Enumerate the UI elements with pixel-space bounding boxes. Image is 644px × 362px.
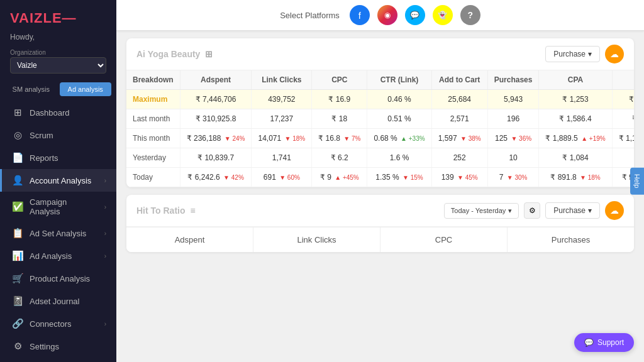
support-button[interactable]: 💬 Support: [574, 333, 634, 352]
help-tab[interactable]: Help: [630, 168, 644, 195]
trend-badge: ▼ 18%: [580, 174, 601, 181]
cell-add-to-cart: 139 ▼ 45%: [431, 168, 487, 187]
logo-dash: —: [62, 10, 77, 26]
cell-purchases: 7 ▼ 30%: [487, 168, 539, 187]
support-label: Support: [597, 338, 624, 347]
card-header: Ai Yoga Beauty ⊞ Purchase ▾ ☁: [126, 38, 634, 70]
card2-title-text: Hit To Ratio: [136, 206, 186, 216]
sidebar-item-label: Adset Journal: [30, 297, 80, 306]
sidebar-item-ad-set-analysis[interactable]: 📋 Ad Set Analysis ›: [0, 222, 116, 244]
cell-add-to-cart: 1,597 ▼ 38%: [431, 129, 487, 148]
cell-link-clicks: 14,071 ▼ 18%: [252, 129, 312, 148]
card-title: Ai Yoga Beauty ⊞: [136, 49, 213, 59]
cell-purchases: 125 ▼ 36%: [487, 129, 539, 148]
support-icon: 💬: [584, 338, 594, 347]
cloud-icon: ☁: [610, 49, 619, 59]
cell-ctr: 0.51 %: [367, 109, 431, 129]
topbar: Select Platforms f ◉ 💬 👻 ?: [116, 0, 644, 31]
grid-icon: ⊞: [205, 49, 213, 59]
nav-left: 🔗 Connectors: [12, 318, 71, 329]
table-row: Today ₹ 6,242.6 ▼ 42% 691 ▼ 60% ₹ 9: [126, 168, 634, 187]
org-select[interactable]: Vaizle: [10, 57, 106, 74]
trend-badge: ▼ 38%: [460, 135, 481, 142]
sidebar-item-connectors[interactable]: 🔗 Connectors ›: [0, 312, 116, 335]
instagram-platform-btn[interactable]: ◉: [377, 5, 397, 25]
trend-badge: ▼ 18%: [285, 135, 306, 142]
org-label: Organization: [10, 49, 106, 56]
purchase-button-2[interactable]: Purchase ▾: [545, 202, 600, 219]
purchase-button[interactable]: Purchase ▾: [545, 46, 600, 62]
tab-purchases[interactable]: Purchases: [508, 228, 634, 252]
cell-aov: ₹ 1,142.1 ▼ 1%: [612, 129, 634, 148]
trend-badge: ▲ +33%: [401, 135, 425, 142]
cell-adspent: ₹ 7,446,706: [180, 90, 252, 109]
trend-badge: ▼ 7%: [343, 135, 360, 142]
col-purchases: Purchases: [487, 70, 539, 90]
main-content: Select Platforms f ◉ 💬 👻 ? Ai Yoga Beaut…: [116, 0, 644, 362]
chevron-right-icon: ›: [104, 230, 106, 237]
cell-aov: ₹ 996: [612, 148, 634, 168]
nav-left: 📋 Ad Set Analysis: [12, 228, 86, 239]
sidebar-item-ad-analysis[interactable]: 📊 Ad Analysis ›: [0, 244, 116, 267]
table-header-row: Breakdown Adspent Link Clicks CPC CTR (L…: [126, 70, 634, 90]
sidebar-item-dashboard[interactable]: ⊞ Dashboard: [0, 101, 116, 124]
cell-cpa: ₹ 1,889.5 ▲ +19%: [539, 129, 612, 148]
nav-left: ✅ Campaign Analysis: [12, 197, 98, 216]
cloud-icon: ☁: [610, 206, 619, 216]
download-cloud-button-2[interactable]: ☁: [605, 201, 624, 220]
chevron-right-icon: ›: [104, 204, 106, 211]
sidebar-item-campaign-analysis[interactable]: ✅ Campaign Analysis ›: [0, 192, 116, 222]
cell-cpa: ₹ 1,586.4: [539, 109, 612, 129]
breakdown-table: Breakdown Adspent Link Clicks CPC CTR (L…: [126, 70, 634, 187]
sidebar-item-adset-journal[interactable]: 📓 Adset Journal: [0, 290, 116, 312]
hit-ratio-card: Hit To Ratio ≡ Today - Yesterday ▾ ⚙ Pur…: [126, 195, 634, 252]
sidebar-item-label: Ad Analysis: [30, 251, 72, 261]
sidebar-item-settings[interactable]: ⚙ Settings: [0, 335, 116, 358]
list-icon: ≡: [191, 206, 196, 216]
tab-ad-analysis[interactable]: Ad analysis: [60, 82, 112, 96]
cell-adspent: ₹ 10,839.7: [180, 148, 252, 168]
cell-cpa: ₹ 1,084: [539, 148, 612, 168]
card2-actions: Today - Yesterday ▾ ⚙ Purchase ▾ ☁: [444, 201, 624, 220]
snapchat-platform-btn[interactable]: 👻: [433, 5, 453, 25]
cell-cpc: ₹ 9 ▲ +45%: [312, 168, 367, 187]
col-add-to-cart: Add to Cart: [431, 70, 487, 90]
tab-sm-analysis[interactable]: SM analysis: [5, 82, 57, 96]
download-cloud-button[interactable]: ☁: [605, 45, 624, 63]
col-breakdown: Breakdown: [126, 70, 180, 90]
messenger-platform-btn[interactable]: 💬: [405, 5, 425, 25]
settings-button[interactable]: ⚙: [524, 202, 540, 219]
journal-icon: 📓: [12, 295, 23, 307]
logo-text: VAIZLE: [10, 10, 62, 26]
sidebar-item-scrum[interactable]: ◎ Scrum: [0, 124, 116, 146]
tab-cpc[interactable]: CPC: [380, 228, 508, 252]
tab-adspent[interactable]: Adspent: [126, 228, 253, 252]
trend-badge: ▲ +19%: [581, 135, 606, 142]
dashboard-icon: ⊞: [12, 107, 23, 118]
sidebar-item-product-analysis[interactable]: 🛒 Product Analysis: [0, 267, 116, 290]
col-aov: AoV: [612, 70, 634, 90]
tab-link-clicks[interactable]: Link Clicks: [253, 228, 380, 252]
product-icon: 🛒: [12, 273, 23, 284]
facebook-platform-btn[interactable]: f: [350, 5, 370, 25]
cell-aov: ₹ 1,155: [612, 109, 634, 129]
card2-header: Hit To Ratio ≡ Today - Yesterday ▾ ⚙ Pur…: [126, 195, 634, 227]
gear-icon: ⚙: [529, 206, 536, 215]
col-ctr: CTR (Link): [367, 70, 431, 90]
select-platforms-label: Select Platforms: [280, 11, 340, 20]
purchase-label: Purchase: [553, 206, 586, 215]
cell-cpc: ₹ 16.8 ▼ 7%: [312, 129, 367, 148]
col-cpa: CPA: [539, 70, 612, 90]
sidebar-item-label: Account Analysis: [30, 176, 91, 185]
help-platform-btn[interactable]: ?: [460, 5, 480, 25]
connectors-icon: 🔗: [12, 318, 23, 329]
cell-breakdown: Yesterday: [126, 148, 180, 168]
sidebar-item-reports[interactable]: 📄 Reports: [0, 146, 116, 169]
table-row: This month ₹ 236,188 ▼ 24% 14,071 ▼ 18% …: [126, 129, 634, 148]
col-cpc: CPC: [312, 70, 367, 90]
cell-ctr: 0.46 %: [367, 90, 431, 109]
sidebar-item-account-analysis[interactable]: 👤 Account Analysis ›: [0, 169, 116, 192]
sidebar-item-label: Product Analysis: [30, 274, 90, 283]
cell-breakdown: Today: [126, 168, 180, 187]
date-range-button[interactable]: Today - Yesterday ▾: [444, 203, 519, 219]
